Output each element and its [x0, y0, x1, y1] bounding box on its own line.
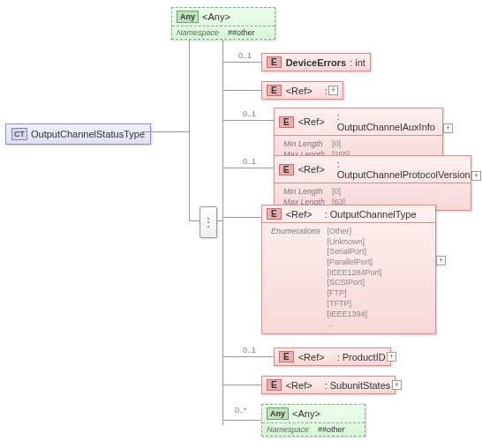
- expand-toggle-icon[interactable]: +: [328, 86, 338, 95]
- any-badge-icon: Any: [267, 407, 289, 420]
- e-badge-icon: E: [279, 164, 294, 175]
- e-badge-icon: E: [279, 116, 294, 128]
- connector-line: [222, 356, 274, 357]
- namespace-value: ##other: [228, 28, 255, 37]
- connector-spine: [222, 21, 223, 425]
- connector-line: [216, 220, 223, 221]
- connector-line: [189, 220, 200, 221]
- expand-toggle-icon[interactable]: +: [471, 171, 481, 181]
- complex-type-node[interactable]: CT OutputChannelStatusType: [5, 123, 151, 145]
- element-node-subunitstates[interactable]: E <Ref> : SubunitStates: [261, 376, 395, 394]
- connector-line: [222, 120, 274, 121]
- element-type: : OutputChannelProtocolVersion: [337, 159, 471, 180]
- connector-line: [222, 90, 261, 91]
- ct-badge-icon: CT: [11, 128, 27, 140]
- connector-line: [222, 217, 261, 218]
- any-label: <Any>: [202, 11, 230, 22]
- expand-toggle-icon[interactable]: +: [387, 352, 396, 362]
- element-node-productid[interactable]: E <Ref> : ProductID: [274, 347, 391, 366]
- expand-toggle-icon[interactable]: +: [392, 380, 402, 390]
- occurrence-label: 0..1: [243, 157, 256, 166]
- ref-label: <Ref>: [298, 164, 325, 175]
- element-label: DeviceErrors: [286, 57, 347, 68]
- namespace-label: Namespace: [177, 28, 219, 37]
- complex-type-name: OutputChannelStatusType: [31, 129, 145, 139]
- element-type: : OutputChannelAuxInfo: [337, 111, 438, 132]
- e-badge-icon: E: [267, 85, 282, 96]
- e-badge-icon: E: [279, 351, 294, 362]
- any-wildcard-node[interactable]: Any <Any> Namespace ##other: [171, 7, 275, 40]
- sequence-dots-icon: [203, 216, 214, 228]
- any-badge-icon: Any: [177, 11, 199, 23]
- connector-line: [222, 62, 261, 63]
- ref-label: <Ref>: [298, 352, 325, 362]
- namespace-label: Namespace: [267, 425, 309, 434]
- element-type: : int: [350, 57, 365, 68]
- expand-toggle-icon[interactable]: +: [436, 256, 446, 265]
- ref-label: <Ref>: [286, 86, 313, 96]
- element-node-channeltype[interactable]: E <Ref> : OutputChannelType Enumerations…: [261, 205, 436, 334]
- connector-line: [189, 131, 190, 220]
- ref-label: <Ref>: [298, 116, 325, 127]
- element-type: : ProductID: [337, 352, 386, 362]
- connector-line: [222, 385, 261, 385]
- any-wildcard-node[interactable]: Any <Any> Namespace ##other: [261, 404, 365, 437]
- connector-line: [142, 131, 189, 132]
- occurrence-label: 0..1: [243, 109, 256, 118]
- occurrence-label: 0..*: [235, 406, 247, 414]
- e-badge-icon: E: [267, 56, 282, 68]
- namespace-value: ##other: [318, 425, 345, 434]
- e-badge-icon: E: [267, 208, 282, 220]
- e-badge-icon: E: [267, 379, 282, 391]
- connector-line: [222, 168, 274, 168]
- element-type: : SubunitStates: [325, 380, 391, 391]
- any-label: <Any>: [292, 408, 320, 419]
- connector-line: [222, 420, 261, 421]
- occurrence-label: 0..1: [243, 346, 256, 355]
- element-node-deviceerrors[interactable]: E DeviceErrors : int: [261, 53, 371, 71]
- ref-label: <Ref>: [286, 380, 313, 391]
- occurrence-label: 0..1: [238, 51, 252, 60]
- expand-toggle-icon[interactable]: +: [443, 123, 453, 133]
- sequence-compositor-icon[interactable]: [200, 206, 217, 238]
- element-type: : OutputChannelType: [325, 209, 417, 220]
- element-node-protocolversion[interactable]: E <Ref> : OutputChannelProtocolVersion M…: [274, 155, 471, 211]
- enum-panel: Enumerations [Other] [Unknown] [SerialPo…: [262, 222, 435, 333]
- ref-label: <Ref>: [286, 209, 313, 220]
